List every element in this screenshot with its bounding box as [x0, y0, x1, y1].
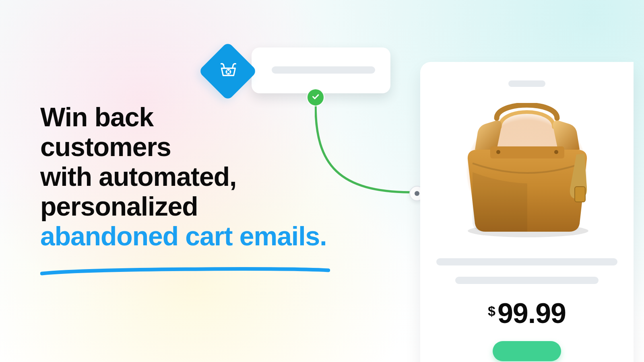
- handbag-icon: [448, 103, 605, 240]
- cta-button[interactable]: [493, 341, 561, 361]
- flow-end-dot: [415, 191, 419, 196]
- abandoned-cart-icon: [214, 57, 242, 86]
- svg-point-3: [496, 150, 500, 154]
- check-icon: [311, 92, 320, 103]
- headline: Win back customers with automated, perso…: [40, 103, 346, 282]
- svg-rect-5: [575, 187, 585, 202]
- flow-success-badge: [308, 89, 324, 105]
- price-value: 99.99: [497, 298, 566, 329]
- headline-line-1: Win back: [40, 102, 153, 132]
- currency-symbol: $: [488, 303, 495, 319]
- placeholder-bar: [455, 277, 599, 284]
- placeholder-bar: [272, 66, 375, 74]
- automation-trigger-card: [252, 47, 390, 93]
- trigger-badge: [198, 41, 257, 101]
- highlight-underline: [40, 253, 346, 283]
- headline-line-4: personalized: [40, 191, 198, 221]
- email-preview-card: $99.99: [420, 62, 634, 362]
- headline-highlight: abandoned cart emails.: [40, 221, 327, 251]
- headline-line-3: with automated,: [40, 162, 236, 191]
- placeholder-bar: [436, 258, 617, 265]
- product-price: $99.99: [435, 299, 619, 327]
- promo-canvas: Win back customers with automated, perso…: [0, 0, 644, 362]
- placeholder-bar: [508, 80, 545, 87]
- headline-line-2: customers: [40, 132, 171, 162]
- svg-point-4: [554, 150, 558, 154]
- product-image: [440, 97, 613, 246]
- svg-rect-2: [490, 146, 564, 158]
